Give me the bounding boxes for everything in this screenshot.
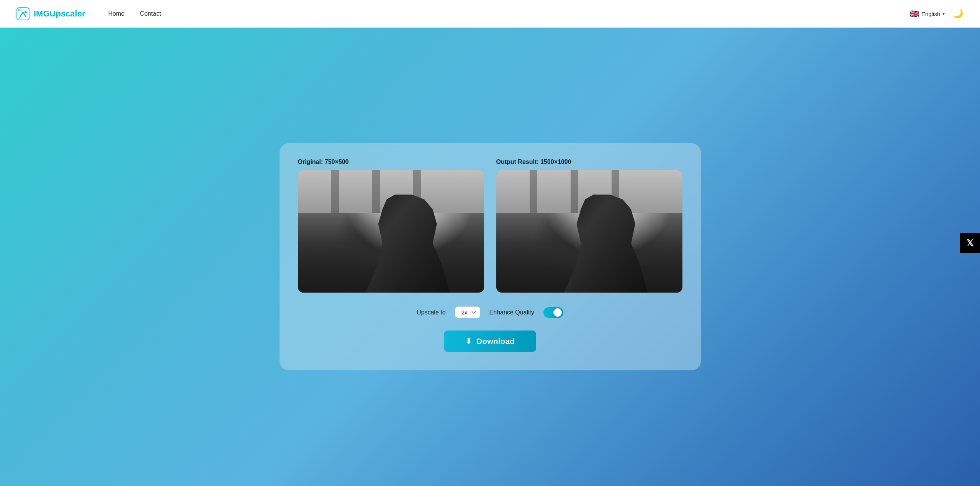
download-icon: ⬇	[465, 337, 472, 346]
upscale-label: Upscale to	[417, 309, 446, 316]
output-image-col: Output Result: 1500×1000	[496, 159, 682, 293]
dark-mode-button[interactable]: 🌙	[951, 7, 965, 21]
original-image-col: Original: 750×500	[298, 159, 484, 293]
svg-point-2	[25, 11, 27, 13]
download-label: Download	[476, 337, 515, 346]
images-row: Original: 750×500 Output Result: 1500×10…	[298, 159, 682, 293]
logo[interactable]: IMGUpscaler	[15, 6, 85, 21]
output-label: Output Result: 1500×1000	[496, 159, 682, 165]
header-right: 🇬🇧 English ▾ 🌙	[910, 7, 965, 21]
enhance-quality-label: Enhance Quality	[489, 309, 534, 316]
enhance-quality-toggle[interactable]	[543, 307, 563, 318]
header: IMGUpscaler Home Contact 🇬🇧 English ▾ 🌙	[0, 0, 980, 28]
upscale-select[interactable]: 2x 4x 8x	[455, 306, 480, 318]
controls-row: Upscale to 2x 4x 8x Enhance Quality	[298, 306, 682, 318]
logo-text: IMGUpscaler	[34, 9, 85, 19]
toggle-thumb	[553, 308, 562, 317]
output-image	[496, 170, 682, 293]
download-button-wrapper: ⬇ Download	[298, 331, 682, 352]
logo-icon	[15, 6, 31, 21]
x-twitter-button[interactable]: 𝕏	[960, 233, 980, 253]
original-bw-photo	[298, 170, 484, 293]
language-label: English	[921, 11, 940, 17]
download-button[interactable]: ⬇ Download	[444, 331, 536, 352]
upscaler-card: Original: 750×500 Output Result: 1500×10…	[280, 143, 701, 370]
flag-icon: 🇬🇧	[910, 9, 919, 18]
language-selector[interactable]: 🇬🇧 English ▾	[910, 9, 945, 18]
nav: Home Contact	[108, 10, 910, 17]
toggle-track	[543, 307, 563, 318]
nav-contact[interactable]: Contact	[140, 10, 161, 17]
original-image	[298, 170, 484, 293]
main-content: Original: 750×500 Output Result: 1500×10…	[0, 28, 980, 486]
nav-home[interactable]: Home	[108, 10, 125, 17]
original-label: Original: 750×500	[298, 159, 484, 165]
output-bw-photo	[496, 170, 682, 293]
chevron-down-icon: ▾	[942, 11, 945, 16]
